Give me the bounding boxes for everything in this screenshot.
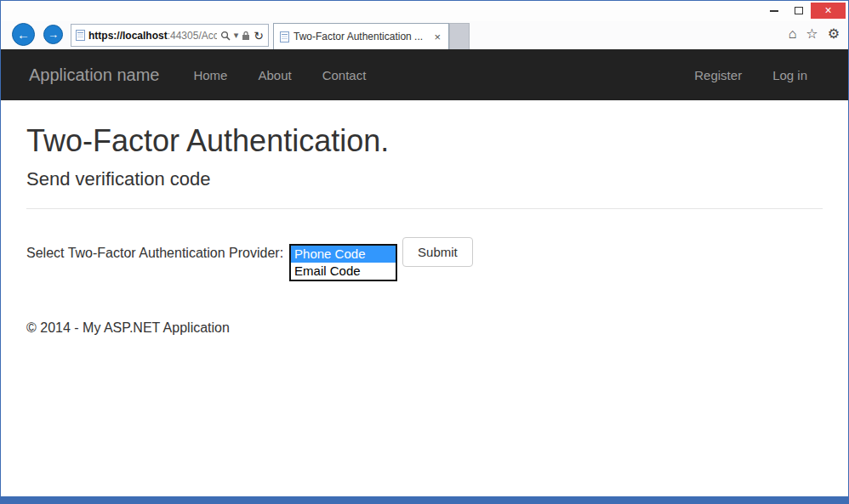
provider-form: Select Two-Factor Authentication Provide… [26,237,823,281]
window-controls: × [761,3,846,19]
option-phone-code[interactable]: Phone Code [291,246,396,263]
page-title: Two-Factor Authentication. [26,124,823,158]
nav-link-login[interactable]: Log in [757,68,823,82]
back-icon: ← [17,27,30,42]
forward-button[interactable]: → [43,25,63,44]
navbar-right-links: Register Log in [679,68,823,82]
search-icon[interactable] [220,31,231,41]
browser-toolbar: ← → https://localhost:44305/Acc ▾ ↻ Two-… [1,21,848,49]
page-icon [76,30,85,41]
navbar-links: Home About Contact [178,68,381,82]
maximize-button[interactable] [786,3,811,19]
page-content: Two-Factor Authentication. Send verifica… [1,100,848,496]
submit-button[interactable]: Submit [402,237,473,267]
lock-icon [242,31,250,41]
titlebar[interactable]: × [1,1,848,21]
minimize-button[interactable] [761,3,786,19]
footer-copyright: © 2014 - My ASP.NET Application [26,320,823,336]
divider [26,208,823,209]
provider-label: Select Two-Factor Authentication Provide… [26,246,283,261]
maximize-icon [795,7,803,14]
page-subheading: Send verification code [26,168,823,190]
tab-close-icon[interactable]: × [432,31,442,43]
address-bar[interactable]: https://localhost:44305/Acc ▾ ↻ [71,24,269,47]
settings-icon[interactable]: ⚙ [828,25,840,42]
favorites-icon[interactable]: ☆ [806,25,818,42]
nav-link-register[interactable]: Register [679,68,757,82]
browser-tab[interactable]: Two-Factor Authentication ... × [273,23,449,49]
back-button[interactable]: ← [12,23,35,46]
close-button[interactable]: × [811,3,846,19]
nav-link-about[interactable]: About [242,68,306,82]
nav-link-contact[interactable]: Contact [307,68,382,82]
home-icon[interactable]: ⌂ [789,26,797,42]
app-navbar: Application name Home About Contact Regi… [1,49,848,100]
provider-select[interactable]: Phone Code Email Code [289,244,397,281]
url-dropdown-icon[interactable]: ▾ [234,30,239,41]
tab-page-icon [280,31,289,42]
tab-title: Two-Factor Authentication ... [293,31,428,42]
nav-link-home[interactable]: Home [178,68,242,82]
new-tab-button[interactable] [449,23,470,49]
option-email-code[interactable]: Email Code [291,263,396,280]
navbar-brand[interactable]: Application name [29,65,159,85]
minimize-icon [770,10,778,12]
toolbar-right: ⌂ ☆ ⚙ [789,25,840,42]
url-path: :44305/Acc [168,30,217,42]
browser-window: × ← → https://localhost:44305/Acc ▾ ↻ [0,0,849,504]
close-icon: × [824,3,831,19]
refresh-icon[interactable]: ↻ [254,29,264,42]
url-host: https://localhost [88,30,168,42]
forward-icon: → [48,28,59,41]
url-text[interactable]: https://localhost:44305/Acc [88,30,217,42]
